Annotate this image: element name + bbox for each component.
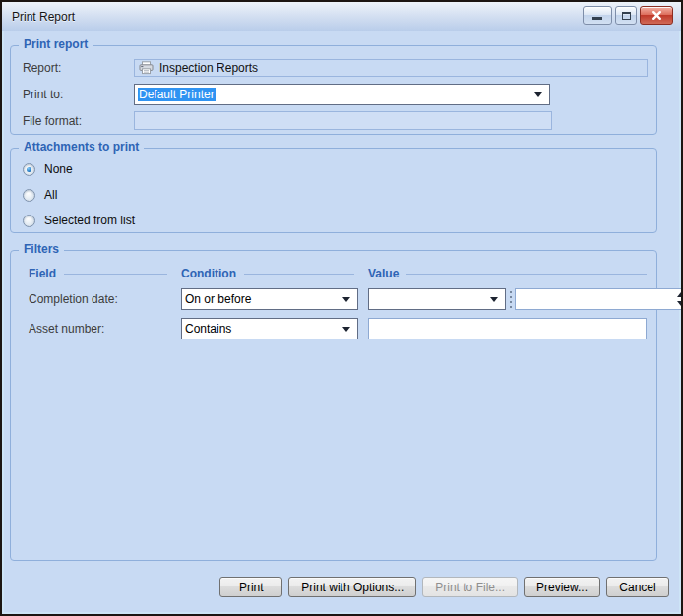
filter-field-label: Asset number: [29,322,181,336]
filters-group-title: Filters [19,242,64,256]
asset-number-value-input[interactable] [368,318,647,339]
column-header-value: Value [368,267,647,280]
report-value: Inspection Reports [159,61,258,75]
cancel-button[interactable]: Cancel [606,577,669,597]
spinner-down-button[interactable] [676,299,683,306]
completion-date-value-cell [368,288,683,310]
chevron-up-icon [677,292,683,297]
radio-button[interactable] [23,215,35,227]
attachments-group: Attachments to print None All Selected f… [10,148,657,233]
radio-option-selected-from-list[interactable]: Selected from list [23,213,656,228]
header-rule [406,274,647,275]
column-header-field: Field [29,267,181,280]
radio-label[interactable]: All [44,188,57,202]
filter-field-label: Completion date: [29,292,181,306]
window-controls [583,6,673,25]
radio-dot-icon [27,167,31,172]
maximize-icon [622,12,631,20]
print-button[interactable]: Print [219,577,282,597]
asset-number-condition-combobox[interactable]: Contains [181,318,358,339]
footer-button-bar: Print Print with Options... Print to Fil… [10,577,669,597]
column-header-condition: Condition [181,267,368,280]
radio-option-none[interactable]: None [23,161,656,177]
file-format-field [134,111,552,130]
print-to-file-button: Print to File... [422,577,518,597]
print-to-value: Default Printer [138,88,216,101]
print-to-row: Print to: Default Printer [11,84,656,105]
report-label: Report: [23,61,134,75]
print-to-label: Print to: [23,88,134,101]
chevron-down-icon[interactable] [490,297,498,302]
title-bar[interactable]: Print Report [2,2,681,31]
spinner-up-button[interactable] [676,292,683,299]
chevron-down-icon[interactable] [342,327,350,332]
print-report-dialog: Print Report Print report Report: [0,0,683,616]
radio-label[interactable]: Selected from list [44,214,135,227]
print-report-group-title: Print report [19,37,93,51]
minimize-button[interactable] [583,6,612,25]
header-rule [244,274,354,275]
spinner-input[interactable] [516,289,683,309]
minimize-icon [592,17,602,20]
print-report-group: Print report Report: Inspection Reports [10,45,657,135]
report-row: Report: Inspection Reports [11,59,656,77]
chevron-down-icon [677,301,683,306]
header-rule [64,274,167,275]
close-icon [652,10,662,21]
filter-row-completion-date: Completion date: On or before [11,288,656,310]
close-button[interactable] [640,6,673,25]
radio-button[interactable] [23,163,35,176]
radio-option-all[interactable]: All [23,187,656,203]
preview-button[interactable]: Preview... [524,577,600,597]
window-title: Print Report [12,10,75,24]
value-splitter-handle[interactable] [506,288,515,310]
print-with-options-button[interactable]: Print with Options... [288,577,416,597]
printer-icon [139,61,154,75]
filters-column-headers: Field Condition Value [11,267,656,280]
completion-date-value-combobox[interactable] [368,288,506,310]
file-format-row: File format: [11,111,656,130]
asset-number-value-cell [368,318,647,339]
maximize-button[interactable] [615,6,637,25]
radio-button[interactable] [23,189,35,202]
filter-row-asset-number: Asset number: Contains [11,318,656,339]
attachments-group-title: Attachments to print [19,140,144,154]
filters-group: Filters Field Condition Value Completion… [10,250,657,561]
dialog-body: Print report Report: Inspection Reports [2,45,681,597]
completion-date-condition-combobox[interactable]: On or before [181,288,358,310]
completion-date-spinner[interactable] [515,288,683,310]
file-format-label: File format: [23,114,134,128]
print-to-combobox[interactable]: Default Printer [134,84,550,105]
chevron-down-icon[interactable] [534,92,542,97]
radio-label[interactable]: None [44,162,73,176]
report-display-field: Inspection Reports [134,59,648,77]
condition-value: On or before [185,292,251,306]
chevron-down-icon[interactable] [342,297,350,302]
condition-value: Contains [185,322,231,336]
